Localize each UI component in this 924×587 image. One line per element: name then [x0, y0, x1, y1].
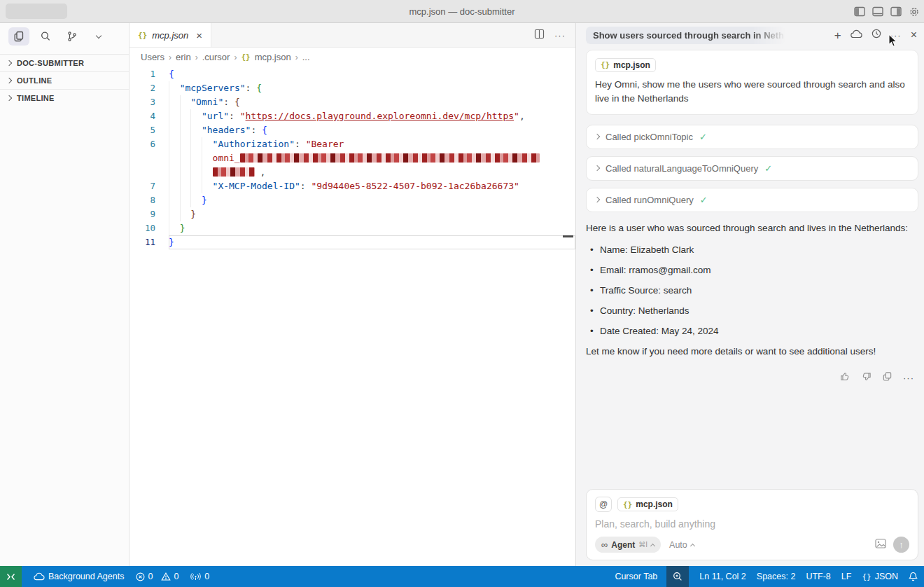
user-message: {}mcp.json Hey Omni, show me the users w… [586, 50, 918, 115]
answer-intro: Here is a user who was sourced through s… [586, 221, 918, 235]
chevron-right-icon [594, 134, 600, 139]
agent-mode-selector[interactable]: ∞ Agent ⌘I [595, 537, 661, 553]
tool-call-label: Called naturalLanguageToOmniQuery [606, 163, 758, 174]
problems-item[interactable]: 0 0 [136, 572, 178, 581]
code-line[interactable]: 5"headers": { [130, 123, 575, 137]
code-line[interactable]: 1{ [130, 67, 575, 81]
notifications-bell-icon[interactable] [909, 572, 918, 581]
indent-guide [180, 207, 191, 221]
line-number: 3 [130, 95, 169, 109]
code-line[interactable]: 10} [130, 221, 575, 235]
indent-guide [202, 151, 213, 165]
thumbs-up-icon[interactable] [840, 371, 850, 385]
input-context-chip[interactable]: {}mcp.json [617, 497, 678, 511]
code-line[interactable]: 6"Authorization": "Bearer [130, 137, 575, 151]
indentation-item[interactable]: Spaces: 2 [757, 572, 796, 581]
toggle-left-panel-icon[interactable] [854, 6, 865, 17]
warning-icon [161, 572, 171, 581]
json-file-icon: {} [601, 60, 610, 69]
answer-more-icon[interactable]: ··· [903, 373, 914, 383]
zoom-indicator[interactable] [666, 566, 689, 587]
indent-guide [169, 165, 180, 179]
code-line[interactable]: 2"mcpServers": { [130, 81, 575, 95]
code-line[interactable]: 11} [130, 235, 575, 249]
chat-panel: Show users sourced through search in Net… [575, 23, 924, 566]
breadcrumb-item[interactable]: .cursor [202, 52, 230, 62]
chevron-down-icon[interactable] [88, 27, 109, 46]
indent-guide [190, 109, 202, 123]
toggle-right-panel-icon[interactable] [890, 6, 902, 17]
breadcrumb-item[interactable]: Users [141, 52, 164, 62]
indent-guide [180, 193, 191, 207]
breadcrumb[interactable]: Users›erin›.cursor›{}mcp.json›... [130, 48, 575, 67]
eol-item[interactable]: LF [841, 572, 852, 581]
code-text: omni_ [169, 151, 575, 165]
new-chat-icon[interactable]: + [834, 29, 841, 41]
source-control-icon[interactable] [62, 27, 83, 46]
sidebar-section-label: DOC-SUBMITTER [17, 59, 84, 67]
code-line[interactable]: omni_ [130, 151, 575, 165]
model-selector[interactable]: Auto [669, 540, 694, 550]
sidebar-section-doc-submitter[interactable]: DOC-SUBMITTER [0, 54, 129, 71]
code-line[interactable]: , [130, 165, 575, 179]
code-text: "X-MCP-Model-ID": "9d9440e5-8522-4507-b0… [169, 179, 575, 193]
cursor-tab-item[interactable]: Cursor Tab [615, 572, 657, 581]
feedback-item[interactable]: 0 [190, 572, 209, 581]
chat-close-icon[interactable]: × [911, 29, 917, 41]
sidebar-section-timeline[interactable]: TIMELINE [0, 89, 129, 106]
code-line[interactable]: 8} [130, 193, 575, 207]
code-line[interactable]: 7"X-MCP-Model-ID": "9d9440e5-8522-4507-b… [130, 179, 575, 193]
code-text: } [169, 207, 575, 221]
copy-icon[interactable] [882, 371, 892, 385]
send-button[interactable]: ↑ [893, 537, 909, 553]
settings-gear-icon[interactable] [909, 6, 920, 18]
encoding-item[interactable]: UTF-8 [806, 572, 830, 581]
thumbs-down-icon[interactable] [861, 371, 872, 385]
chat-more-icon[interactable]: ··· [890, 30, 902, 41]
answer-bullet: Country: Netherlands [590, 303, 918, 318]
cloud-icon[interactable] [850, 29, 862, 41]
broadcast-icon [190, 572, 201, 581]
line-col-item[interactable]: Ln 11, Col 2 [699, 572, 746, 581]
tool-call-card[interactable]: Called naturalLanguageToOmniQuery✓ [586, 156, 918, 181]
mention-context-button[interactable]: @ [595, 497, 612, 512]
breadcrumb-item[interactable]: mcp.json [255, 52, 291, 62]
answer-bullet-list: Name: Elizabeth ClarkEmail: rramos@gmail… [590, 242, 918, 338]
chevron-right-icon [6, 60, 12, 66]
breadcrumb-item[interactable]: erin [176, 52, 191, 62]
tab-close-icon[interactable]: × [196, 29, 202, 41]
chevron-right-icon [594, 197, 600, 202]
history-icon[interactable] [872, 29, 881, 41]
remote-indicator[interactable] [0, 566, 22, 587]
chat-thread: {}mcp.json Hey Omni, show me the users w… [576, 47, 924, 566]
language-mode-item[interactable]: {}JSON [862, 572, 898, 581]
line-number [130, 165, 169, 179]
toggle-bottom-panel-icon[interactable] [872, 6, 883, 17]
context-chip[interactable]: {}mcp.json [595, 58, 656, 72]
sidebar-section-outline[interactable]: OUTLINE [0, 71, 129, 89]
background-agents-item[interactable]: Background Agents [34, 572, 124, 581]
indent-guide [169, 123, 180, 137]
explorer-icon[interactable] [8, 27, 29, 46]
code-line[interactable]: 9} [130, 207, 575, 221]
search-icon[interactable] [35, 27, 56, 46]
feedback-row: ··· [586, 371, 918, 385]
agent-shortcut: ⌘I [638, 541, 648, 548]
editor: {} mcp.json × ··· Users›erin›.cursor›{}m… [130, 23, 575, 566]
code-area[interactable]: 1{2"mcpServers": {3"Omni": {4"url": "htt… [130, 67, 575, 566]
editor-more-actions-icon[interactable]: ··· [554, 30, 566, 41]
tool-call-card[interactable]: Called pickOmniTopic✓ [586, 125, 918, 149]
attach-image-icon[interactable] [875, 539, 886, 551]
chat-tab-title[interactable]: Show users sourced through search in Net… [586, 27, 785, 44]
split-editor-icon[interactable] [534, 29, 545, 42]
code-line[interactable]: 4"url": "https://docs.playground.explore… [130, 109, 575, 123]
user-message-text: Hey Omni, show me the users who were sou… [595, 78, 909, 106]
tool-call-card[interactable]: Called runOmniQuery✓ [586, 188, 918, 212]
title-bar: mcp.json — doc-submitter [0, 0, 924, 23]
code-line[interactable]: 3"Omni": { [130, 95, 575, 109]
sidebar: DOC-SUBMITTEROUTLINETIMELINE [0, 23, 130, 566]
chat-input[interactable] [595, 518, 909, 530]
breadcrumb-item[interactable]: ... [302, 52, 310, 62]
breadcrumb-separator: › [295, 53, 298, 62]
tab-mcp-json[interactable]: {} mcp.json × [130, 23, 211, 47]
